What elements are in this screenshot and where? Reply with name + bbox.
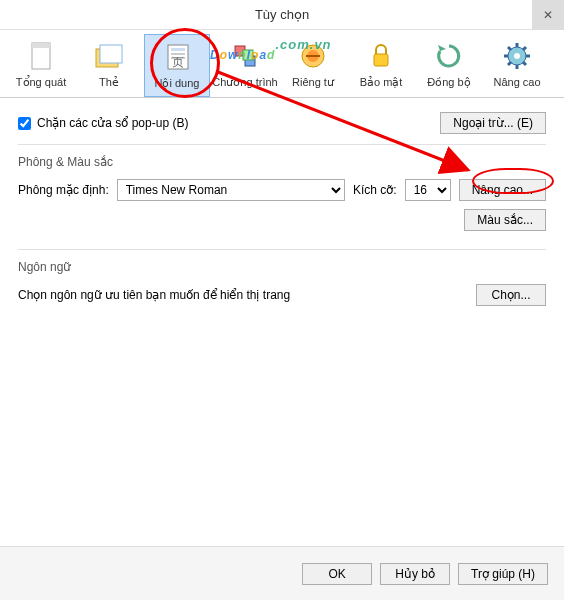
tab-advanced[interactable]: Nâng cao <box>484 34 550 97</box>
tab-privacy[interactable]: Riêng tư <box>280 34 346 97</box>
content-panel: Chặn các cửa sổ pop-up (B) Ngoại trừ... … <box>0 98 564 326</box>
svg-line-23 <box>523 62 526 65</box>
category-toolbar: Tổng quát Thẻ 页 Nội dung Chương trình Ri… <box>0 30 564 98</box>
general-icon <box>23 38 59 74</box>
close-button[interactable]: ✕ <box>532 0 564 30</box>
privacy-icon <box>295 38 331 74</box>
svg-rect-5 <box>171 48 185 51</box>
svg-rect-14 <box>306 55 320 57</box>
programs-icon <box>227 38 263 74</box>
svg-rect-11 <box>243 50 253 60</box>
exceptions-button[interactable]: Ngoại trừ... (E) <box>440 112 546 134</box>
languages-group-label: Ngôn ngữ <box>18 260 546 274</box>
svg-line-22 <box>508 47 511 50</box>
cancel-button[interactable]: Hủy bỏ <box>380 563 450 585</box>
tab-tabs[interactable]: Thẻ <box>76 34 142 97</box>
window-title: Tùy chọn <box>255 7 309 22</box>
lock-icon <box>363 38 399 74</box>
ok-button[interactable]: OK <box>302 563 372 585</box>
tab-programs[interactable]: Chương trình <box>212 34 278 97</box>
languages-desc: Chọn ngôn ngữ ưu tiên bạn muốn để hiển t… <box>18 288 290 302</box>
svg-text:页: 页 <box>172 55 184 69</box>
svg-rect-15 <box>374 54 388 66</box>
dialog-footer: OK Hủy bỏ Trợ giúp (H) <box>0 546 564 600</box>
block-popups-label: Chặn các cửa sổ pop-up (B) <box>37 116 188 130</box>
choose-language-button[interactable]: Chọn... <box>476 284 546 306</box>
default-font-label: Phông mặc định: <box>18 183 109 197</box>
default-font-select[interactable]: Times New Roman <box>117 179 345 201</box>
content-icon: 页 <box>159 39 195 75</box>
close-icon: ✕ <box>543 8 553 22</box>
font-size-select[interactable]: 16 <box>405 179 451 201</box>
sync-icon <box>431 38 467 74</box>
colors-button[interactable]: Màu sắc... <box>464 209 546 231</box>
svg-point-17 <box>514 53 520 59</box>
titlebar: Tùy chọn ✕ <box>0 0 564 30</box>
tabs-icon <box>91 38 127 74</box>
gear-icon <box>499 38 535 74</box>
block-popups-checkbox[interactable]: Chặn các cửa sổ pop-up (B) <box>18 116 188 130</box>
divider <box>18 144 546 145</box>
divider <box>18 249 546 250</box>
block-popups-input[interactable] <box>18 117 31 130</box>
tab-general[interactable]: Tổng quát <box>8 34 74 97</box>
help-button[interactable]: Trợ giúp (H) <box>458 563 548 585</box>
fonts-group-label: Phông & Màu sắc <box>18 155 546 169</box>
svg-rect-3 <box>100 45 122 63</box>
svg-line-24 <box>508 62 511 65</box>
tab-content[interactable]: 页 Nội dung <box>144 34 210 97</box>
tab-sync[interactable]: Đồng bộ <box>416 34 482 97</box>
size-label: Kích cỡ: <box>353 183 397 197</box>
tab-security[interactable]: Bảo mật <box>348 34 414 97</box>
svg-rect-1 <box>32 43 50 48</box>
fonts-advanced-button[interactable]: Nâng cao... <box>459 179 546 201</box>
svg-line-25 <box>523 47 526 50</box>
